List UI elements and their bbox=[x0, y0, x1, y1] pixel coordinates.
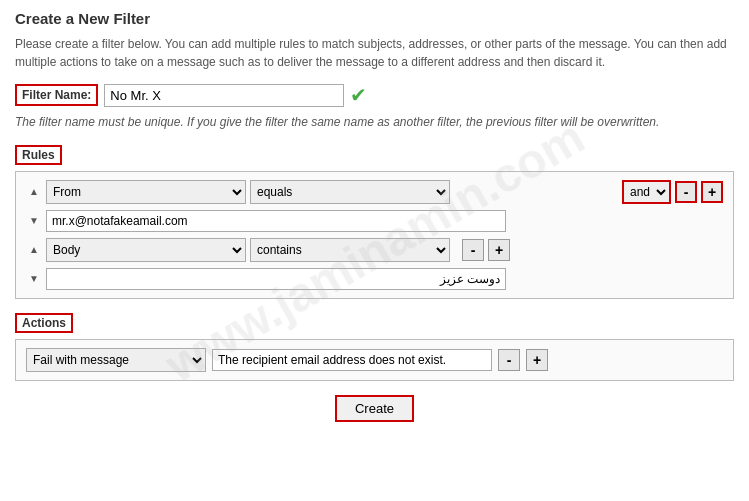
filter-name-label: Filter Name: bbox=[15, 84, 98, 106]
rule-4-arrows: ▼ bbox=[26, 274, 42, 284]
rule-2-arrows: ▼ bbox=[26, 216, 42, 226]
rule-1-field-select[interactable]: From Body Subject To bbox=[46, 180, 246, 204]
rules-label: Rules bbox=[15, 145, 62, 165]
action-minus-button[interactable]: - bbox=[498, 349, 520, 371]
create-button-row: Create bbox=[15, 395, 734, 422]
actions-section: Fail with message Deliver to mailbox Dis… bbox=[15, 339, 734, 381]
action-row: Fail with message Deliver to mailbox Dis… bbox=[26, 348, 723, 372]
logic-select[interactable]: and or bbox=[622, 180, 671, 204]
rule-1-minus-button[interactable]: - bbox=[675, 181, 697, 203]
rule-2-condition-select[interactable]: contains equals begins with bbox=[250, 238, 450, 262]
rule-2-field-select[interactable]: Body From Subject bbox=[46, 238, 246, 262]
rule-1-arrows: ▲ bbox=[26, 187, 42, 197]
rule-1-value-input[interactable] bbox=[46, 210, 506, 232]
rule-3-arrows: ▲ bbox=[26, 245, 42, 255]
rule-1-plus-button[interactable]: + bbox=[701, 181, 723, 203]
rule-1-controls: and or - + bbox=[622, 180, 723, 204]
filter-name-note: The filter name must be unique. If you g… bbox=[15, 113, 734, 131]
actions-label: Actions bbox=[15, 313, 73, 333]
page-description: Please create a filter below. You can ad… bbox=[15, 35, 734, 71]
valid-checkmark: ✔ bbox=[350, 83, 367, 107]
rule-row-1: ▲ From Body Subject To equals contains b… bbox=[26, 180, 723, 204]
rule-2-plus-button[interactable]: + bbox=[488, 239, 510, 261]
action-plus-button[interactable]: + bbox=[526, 349, 548, 371]
action-type-select[interactable]: Fail with message Deliver to mailbox Dis… bbox=[26, 348, 206, 372]
action-value-input[interactable] bbox=[212, 349, 492, 371]
rule-3-up-arrow[interactable]: ▲ bbox=[29, 245, 39, 255]
rule-row-4: ▼ bbox=[26, 268, 723, 290]
page-title: Create a New Filter bbox=[15, 10, 734, 27]
filter-name-input[interactable] bbox=[104, 84, 344, 107]
rule-row-3: ▲ Body From Subject contains equals begi… bbox=[26, 238, 723, 262]
rule-1-up-arrow[interactable]: ▲ bbox=[29, 187, 39, 197]
rule-3-controls: - + bbox=[462, 239, 510, 261]
rule-1-condition-select[interactable]: equals contains begins with bbox=[250, 180, 450, 204]
rules-section: ▲ From Body Subject To equals contains b… bbox=[15, 171, 734, 299]
rule-2-value-input[interactable] bbox=[46, 268, 506, 290]
create-button[interactable]: Create bbox=[335, 395, 414, 422]
rule-2-minus-button[interactable]: - bbox=[462, 239, 484, 261]
rule-4-down-arrow[interactable]: ▼ bbox=[29, 274, 39, 284]
rule-row-2: ▼ bbox=[26, 210, 723, 232]
rule-2-down-arrow[interactable]: ▼ bbox=[29, 216, 39, 226]
